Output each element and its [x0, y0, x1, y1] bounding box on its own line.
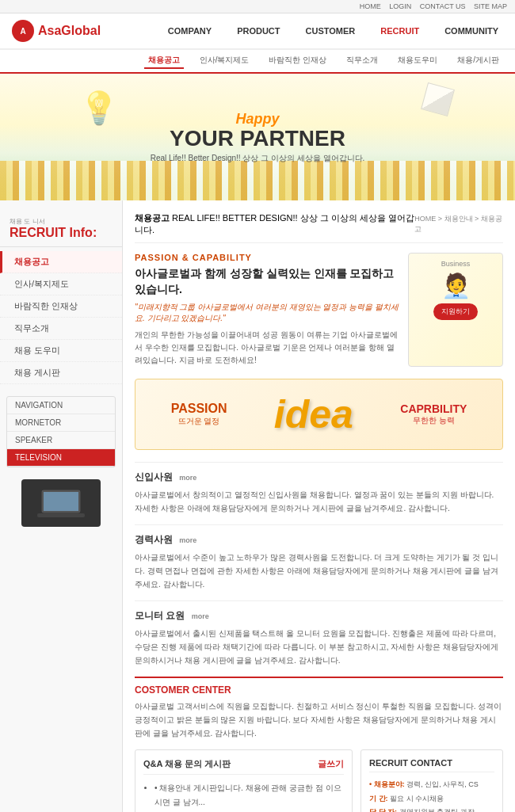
customer-section: COSTOMER CENTER 아사글로벌 고객서비스에 직원을 모집합니다. … [135, 677, 503, 740]
sidebar-item-3[interactable]: 직무소개 [0, 318, 122, 340]
recruit-title-0: 신입사원 more [135, 471, 503, 484]
business-card: Business 🧑‍💼 지원하기 [408, 253, 503, 367]
subnav-item-3[interactable]: 직무소개 [342, 53, 382, 69]
passion-quote: "미래지향적 그룹 아사글로벌에서 여러분의 재영있는 열정과 능력을 펼치세요… [135, 302, 400, 324]
recruit-more-1[interactable]: more [179, 536, 196, 544]
passion-heading: 아사글로벌과 함께 성장할 실력있는 인재를 모집하고 있습니다. [135, 266, 400, 297]
bottom-section: Q&A 채용 문의 게시판 글쓰기 • 채용안내 게시판입니다. 채용에 관해 … [135, 749, 503, 812]
cube-decoration [421, 82, 455, 116]
passion-body: 개인의 무한한 가능성을 이끌어내며 성공 원동이 여류는 기업 아사글로벌에서… [135, 329, 400, 367]
subnav-item-4[interactable]: 채용도우미 [394, 53, 441, 69]
breadcrumb-bar: 채용공고 REAL LIFE!! BETTER DESIGN!! 상상 그 이상… [135, 212, 503, 243]
contact-row-0: • 채용분야: 경력, 신입, 사무직, CS [369, 779, 494, 790]
top-bar: HOME LOGIN CONTACT US SITE MAP [0, 0, 515, 13]
caprbility-ko: 무한한 능력 [400, 415, 467, 426]
recruit-section-1: 경력사원 more 아사글로벌에서 수준이 높고 노하우가 많은 경력사원을 도… [135, 524, 503, 591]
contact-row-2: 담 당 자: 경영지원부 출결팀 과장 [369, 806, 494, 812]
nav-customer[interactable]: CUSTOMER [301, 23, 360, 39]
recruit-section-2: 모니터 요원 more 아사글로벌에서 출시된 신제품을 택스트해 올 모니터 … [135, 600, 503, 667]
hero-text: Happy YOUR PARTNER Real Life!! Better De… [151, 111, 365, 164]
nav-company[interactable]: COMPANY [163, 23, 216, 39]
subnav-item-5[interactable]: 채용/게시판 [453, 53, 503, 69]
caprbility-en: CAPRBILITY [400, 402, 467, 415]
hero-sub: Real Life!! Better Design!! 상상 그 이상의 세상을… [151, 153, 365, 164]
idea-banner: PASSION 뜨거운 열정 idea CAPRBILITY 무한한 능력 [135, 379, 503, 450]
passion-word: PASSION 뜨거운 열정 [171, 402, 227, 427]
subnav-item-1[interactable]: 인사/복지제도 [196, 53, 254, 69]
qa-write-btn[interactable]: 글쓰기 [318, 758, 344, 770]
subnav-item-2[interactable]: 바람직한 인재상 [265, 53, 330, 69]
sidebar-item-5[interactable]: 채용 게시판 [0, 362, 122, 384]
top-login-link[interactable]: LOGIN [389, 2, 411, 10]
passion-text: PASSION & CAPABILITY 아사글로벌과 함께 성장할 실력있는 … [135, 253, 400, 367]
top-contact-link[interactable]: CONTACT US [420, 2, 466, 10]
recruit-body-2: 아사글로벌에서 출시된 신제품을 택스트해 올 모니터 요원을 모집합니다. 진… [135, 627, 503, 667]
top-sitemap-link[interactable]: SITE MAP [474, 2, 507, 10]
breadcrumb-nav: HOME > 채용안내 > 채용공고 [414, 214, 503, 234]
nav-box: NAVIGATION MORNETOR SPEAKER TELEVISION [6, 396, 116, 467]
business-person-icon: 🧑‍💼 [415, 272, 496, 299]
nav-item-2[interactable]: SPEAKER [7, 432, 115, 449]
main-container: 채용 도 니서 RECRUIT Info: 채용공고 인사/복지제도 바람직한 … [0, 200, 515, 812]
contact-title: RECRUIT CONTACT [369, 758, 494, 772]
sidebar-title: 채용 도 니서 RECRUIT Info: [0, 210, 122, 247]
customer-body: 아사글로벌 고객서비스에 직원을 모집합니다. 친절하고 서비스 정신이 투철한… [135, 700, 503, 740]
qa-list: • 채용안내 게시판입니다. 채용에 관해 궁금한 점 이으시면 글 남겨...… [143, 781, 344, 812]
contact-row-1: 기 간: 필요 시 수시채용 [369, 793, 494, 804]
recruit-title-1: 경력사원 more [135, 533, 503, 547]
main-nav: COMPANY PRODUCT CUSTOMER RECRUIT COMMUNI… [163, 23, 503, 39]
passion-en: PASSION [171, 402, 227, 416]
flower-strip [0, 161, 515, 200]
idea-word: idea [274, 391, 353, 437]
recruit-more-2[interactable]: more [192, 612, 209, 620]
customer-title: COSTOMER CENTER [135, 684, 503, 696]
business-label: Business [415, 260, 496, 268]
sidebar-item-1[interactable]: 인사/복지제도 [0, 273, 122, 295]
qa-title: Q&A 채용 문의 게시판 글쓰기 [143, 758, 344, 775]
caprbility-box: CAPRBILITY 무한한 능력 [400, 402, 467, 426]
recruit-title-2: 모니터 요원 more [135, 609, 503, 623]
nav-item-3[interactable]: TELEVISION [7, 449, 115, 467]
sidebar-prefix: 채용 도 니서 [10, 217, 45, 225]
qa-item-0: • 채용안내 게시판입니다. 채용에 관해 궁금한 점 이으시면 글 남겨... [154, 781, 344, 810]
passion-section: PASSION & CAPABILITY 아사글로벌과 함께 성장할 실력있는 … [135, 253, 503, 367]
subnav-item-0[interactable]: 채용공고 [144, 53, 184, 69]
passion-label: PASSION & CAPABILITY [135, 253, 400, 262]
sidebar-menu: 채용공고 인사/복지제도 바람직한 인재상 직무소개 채용 도우미 채용 게시판 [0, 251, 122, 384]
recruit-body-1: 아사글로벌에서 수준이 높고 노하우가 많은 경력사원을 도전합니다. 더 크게… [135, 551, 503, 591]
recruit-more-0[interactable]: more [179, 474, 196, 482]
nav-community[interactable]: COMMUNITY [440, 23, 503, 39]
recruit-section-0: 신입사원 more 아사글로벌에서 창의적이고 열정적인 신입사원을 채용합니다… [135, 462, 503, 515]
breadcrumb-title: 채용공고 REAL LIFE!! BETTER DESIGN!! 상상 그 이상… [135, 212, 414, 236]
sidebar-item-0[interactable]: 채용공고 [0, 251, 122, 273]
sidebar: 채용 도 니서 RECRUIT Info: 채용공고 인사/복지제도 바람직한 … [0, 200, 123, 812]
svg-rect-1 [44, 492, 78, 511]
laptop-icon [21, 479, 101, 527]
recruit-body-0: 아사글로벌에서 창의적이고 열정적인 신입사원을 채용합니다. 열정과 꿈이 있… [135, 488, 503, 515]
nav-recruit[interactable]: RECRUIT [376, 23, 424, 39]
hero-banner: 💡 Happy YOUR PARTNER Real Life!! Better … [0, 74, 515, 200]
top-home-link[interactable]: HOME [360, 2, 381, 10]
nav-product[interactable]: PRODUCT [232, 23, 284, 39]
hero-partner: YOUR PARTNER [151, 128, 365, 150]
sidebar-item-2[interactable]: 바람직한 인재상 [0, 295, 122, 318]
hero-happy: Happy [151, 111, 365, 128]
contact-box: RECRUIT CONTACT • 채용분야: 경력, 신입, 사무직, CS … [360, 749, 503, 812]
apply-button[interactable]: 지원하기 [433, 303, 478, 320]
qa-section: Q&A 채용 문의 게시판 글쓰기 • 채용안내 게시판입니다. 채용에 관해 … [135, 749, 353, 812]
sub-nav: 채용공고 인사/복지제도 바람직한 인재상 직무소개 채용도우미 채용/게시판 [0, 50, 515, 74]
header: A AsaGlobal COMPANY PRODUCT CUSTOMER REC… [0, 13, 515, 50]
svg-rect-2 [37, 513, 85, 517]
logo: A AsaGlobal [12, 20, 101, 42]
content: 채용공고 REAL LIFE!! BETTER DESIGN!! 상상 그 이상… [123, 200, 515, 812]
passion-ko: 뜨거운 열정 [171, 416, 227, 427]
sidebar-item-4[interactable]: 채용 도우미 [0, 340, 122, 362]
nav-item-0[interactable]: NAVIGATION [7, 397, 115, 414]
logo-icon: A [12, 20, 34, 42]
sidebar-heading: RECRUIT Info: [10, 226, 113, 240]
nav-item-1[interactable]: MORNETOR [7, 414, 115, 432]
bulb-icon: 💡 [79, 90, 119, 127]
logo-text: AsaGlobal [38, 24, 101, 38]
